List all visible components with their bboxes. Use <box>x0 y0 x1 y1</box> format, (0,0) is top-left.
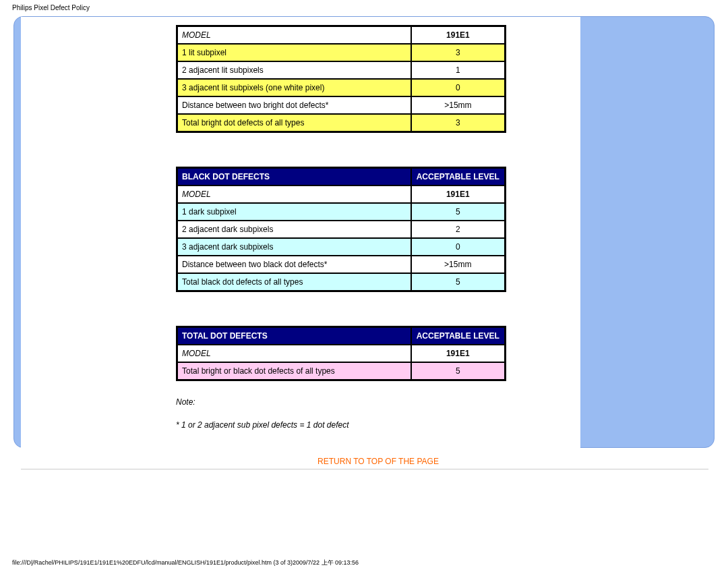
cell-label: 2 adjacent lit subpixels <box>177 61 411 79</box>
model-value: 191E1 <box>411 345 505 362</box>
footer-file-path: file:///D|/Rachel/PHILIPS/191E1/191E1%20… <box>12 559 359 567</box>
cell-label: 3 adjacent dark subpixels <box>177 238 411 256</box>
table-row: Total black dot defects of all types 5 <box>177 273 505 291</box>
model-value: 191E1 <box>411 26 505 44</box>
table-row: 1 lit subpixel 3 <box>177 44 505 61</box>
cell-label: Distance between two bright dot defects* <box>177 96 411 114</box>
white-page: MODEL 191E1 1 lit subpixel 3 2 adjacent … <box>21 17 580 449</box>
table-row: Total bright or black dot defects of all… <box>177 362 505 380</box>
table-row: 1 dark subpixel 5 <box>177 203 505 221</box>
note-block: Note: * 1 or 2 adjacent sub pixel defect… <box>176 397 580 430</box>
table-row: Distance between two black dot defects* … <box>177 256 505 273</box>
cell-value: 3 <box>411 114 505 132</box>
bright-dot-table: MODEL 191E1 1 lit subpixel 3 2 adjacent … <box>176 25 506 133</box>
table-row: 3 adjacent lit subpixels (one white pixe… <box>177 79 505 96</box>
return-link-wrapper: RETURN TO TOP OF THE PAGE <box>176 457 580 466</box>
cell-value: 2 <box>411 221 505 238</box>
note-label: Note: <box>176 397 580 407</box>
content-area: MODEL 191E1 1 lit subpixel 3 2 adjacent … <box>21 17 580 466</box>
cell-value: 3 <box>411 44 505 61</box>
cell-label: Total bright or black dot defects of all… <box>177 362 411 380</box>
table-row: 3 adjacent dark subpixels 0 <box>177 238 505 256</box>
table-row: Total bright dot defects of all types 3 <box>177 114 505 132</box>
header-right: ACCEPTABLE LEVEL <box>411 168 505 185</box>
cell-value: >15mm <box>411 96 505 114</box>
cell-value: 5 <box>411 362 505 380</box>
header-left: TOTAL DOT DEFECTS <box>177 327 411 345</box>
cell-label: 2 adjacent dark subpixels <box>177 221 411 238</box>
cell-label: 3 adjacent lit subpixels (one white pixe… <box>177 79 411 96</box>
cell-value: >15mm <box>411 256 505 273</box>
total-dot-table: TOTAL DOT DEFECTS ACCEPTABLE LEVEL MODEL… <box>176 326 506 381</box>
cell-value: 0 <box>411 79 505 96</box>
table-row: MODEL 191E1 <box>177 185 505 203</box>
header-right: ACCEPTABLE LEVEL <box>411 327 505 345</box>
table-row: 2 adjacent dark subpixels 2 <box>177 221 505 238</box>
cell-label: 1 dark subpixel <box>177 203 411 221</box>
cell-label: 1 lit subpixel <box>177 44 411 61</box>
model-label: MODEL <box>177 185 411 203</box>
model-label: MODEL <box>177 345 411 362</box>
divider <box>21 469 708 469</box>
table-row: 2 adjacent lit subpixels 1 <box>177 61 505 79</box>
cell-value: 5 <box>411 203 505 221</box>
cell-label: Total bright dot defects of all types <box>177 114 411 132</box>
return-to-top-link[interactable]: RETURN TO TOP OF THE PAGE <box>317 457 439 466</box>
blue-frame: MODEL 191E1 1 lit subpixel 3 2 adjacent … <box>13 16 715 448</box>
header-left: BLACK DOT DEFECTS <box>177 168 411 185</box>
note-text: * 1 or 2 adjacent sub pixel defects = 1 … <box>176 420 580 430</box>
cell-label: Total black dot defects of all types <box>177 273 411 291</box>
cell-value: 5 <box>411 273 505 291</box>
cell-label: Distance between two black dot defects* <box>177 256 411 273</box>
cell-value: 1 <box>411 61 505 79</box>
model-label: MODEL <box>177 26 411 44</box>
table-row: MODEL 191E1 <box>177 26 505 44</box>
table-header-row: BLACK DOT DEFECTS ACCEPTABLE LEVEL <box>177 168 505 185</box>
table-row: Distance between two bright dot defects*… <box>177 96 505 114</box>
table-header-row: TOTAL DOT DEFECTS ACCEPTABLE LEVEL <box>177 327 505 345</box>
table-row: MODEL 191E1 <box>177 345 505 362</box>
model-value: 191E1 <box>411 185 505 203</box>
page-title: Philips Pixel Defect Policy <box>0 0 728 11</box>
black-dot-table: BLACK DOT DEFECTS ACCEPTABLE LEVEL MODEL… <box>176 167 506 292</box>
cell-value: 0 <box>411 238 505 256</box>
